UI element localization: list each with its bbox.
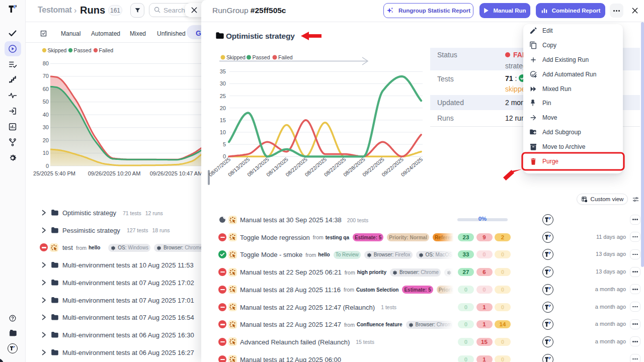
svg-text:Passed: Passed — [253, 54, 270, 60]
svg-text:25: 25 — [220, 93, 226, 99]
svg-text:5: 5 — [223, 141, 226, 147]
svg-text:20: 20 — [220, 105, 226, 111]
svg-text:30: 30 — [220, 80, 226, 86]
svg-text:15: 15 — [220, 117, 226, 123]
svg-text:10: 10 — [220, 129, 226, 135]
svg-text:Failed: Failed — [278, 54, 293, 60]
svg-text:Skipped: Skipped — [226, 54, 246, 60]
svg-text:35: 35 — [220, 68, 226, 74]
